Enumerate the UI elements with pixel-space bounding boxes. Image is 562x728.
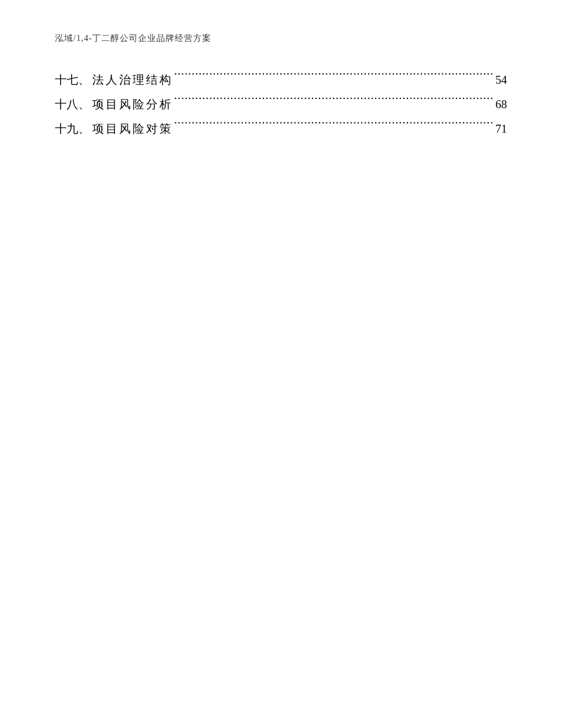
toc-entry: 十七、 法人治理结构 54 [55,68,507,92]
toc-entry-title: 项目风险分析 [92,93,173,116]
toc-entry-page: 54 [495,68,507,92]
toc-entry-separator: 、 [78,68,90,92]
toc-entry-number: 十九 [55,117,78,141]
toc-entry-separator: 、 [78,93,90,116]
toc-dots-leader [174,70,494,84]
toc-entry-separator: 、 [78,117,90,141]
toc-entry: 十八、 项目风险分析 68 [55,93,507,116]
toc-dots-leader [174,119,494,133]
toc-entry-number: 十七 [55,68,78,92]
document-page: 泓域/1,4-丁二醇公司企业品牌经营方案 十七、 法人治理结构 54 十八、 项… [0,0,562,728]
toc-entry-number: 十八 [55,93,78,116]
page-header: 泓域/1,4-丁二醇公司企业品牌经营方案 [55,33,507,44]
toc-dots-leader [174,94,494,108]
toc-entry-title: 项目风险对策 [92,117,173,141]
toc-entry: 十九、 项目风险对策 71 [55,117,507,141]
toc-entry-page: 71 [495,117,507,141]
toc-entry-title: 法人治理结构 [92,68,173,92]
toc-entry-page: 68 [495,93,507,116]
toc-list: 十七、 法人治理结构 54 十八、 项目风险分析 68 十九、 项目风险对策 7… [55,68,507,141]
